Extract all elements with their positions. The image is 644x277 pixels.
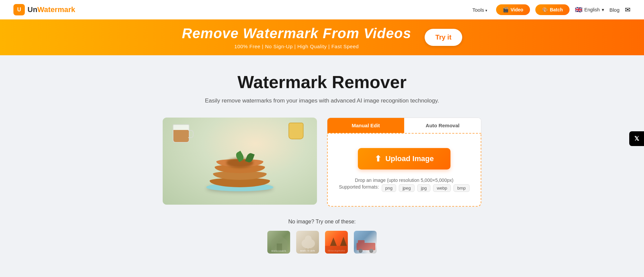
drop-text: Drop an image (upto resolution 5,000×5,0… bbox=[339, 176, 469, 192]
tools-button[interactable]: Tools bbox=[469, 5, 491, 15]
format-png: png bbox=[382, 184, 396, 192]
nav-right: Tools 🎬 Video 🎨 Batch 🇬🇧 English ▾ Blog … bbox=[469, 4, 631, 15]
tab-manual-edit[interactable]: Manual Edit bbox=[327, 118, 404, 133]
batch-label: Batch bbox=[550, 7, 563, 12]
svg-point-13 bbox=[359, 249, 363, 253]
tab-auto-removal[interactable]: Auto Removal bbox=[404, 118, 481, 133]
language-label: English bbox=[584, 7, 600, 12]
tab-manual-label: Manual Edit bbox=[352, 123, 380, 128]
svg-marker-10 bbox=[340, 237, 347, 246]
blog-button[interactable]: Blog bbox=[609, 7, 620, 13]
svg-point-14 bbox=[369, 249, 373, 253]
logo[interactable]: U UnWatermark bbox=[13, 4, 75, 15]
tab-bar: Manual Edit Auto Removal bbox=[327, 118, 481, 133]
logo-un: Un bbox=[28, 5, 37, 14]
sample-images-list: watermark watermark bbox=[101, 230, 543, 254]
promo-banner: Remove Watermark From Videos 100% Free |… bbox=[0, 19, 644, 55]
content-area: Manual Edit Auto Removal ⬆ Upload Image … bbox=[101, 118, 543, 207]
svg-rect-6 bbox=[306, 248, 307, 252]
video-label: Video bbox=[511, 7, 523, 12]
language-button[interactable]: 🇬🇧 English ▾ bbox=[575, 6, 604, 13]
banner-content: Remove Watermark From Videos 100% Free |… bbox=[182, 25, 411, 49]
banner-title: Remove Watermark From Videos bbox=[182, 25, 411, 42]
svg-point-5 bbox=[309, 237, 311, 239]
video-button[interactable]: 🎬 Video bbox=[496, 4, 530, 15]
upload-icon: ⬆ bbox=[375, 154, 381, 163]
drop-hint: Drop an image (upto resolution 5,000×5,0… bbox=[339, 178, 469, 183]
svg-rect-1 bbox=[277, 244, 282, 251]
logo-box: U bbox=[13, 4, 25, 15]
house-icon bbox=[267, 231, 291, 254]
tools-label: Tools bbox=[472, 7, 484, 13]
tools-chevron-icon bbox=[485, 7, 487, 13]
format-bmp: bmp bbox=[453, 184, 469, 192]
tool-panel: Manual Edit Auto Removal ⬆ Upload Image … bbox=[327, 118, 481, 207]
sample-image-0-inner: watermark bbox=[267, 231, 290, 254]
lang-chevron-icon: ▾ bbox=[602, 7, 604, 12]
svg-rect-7 bbox=[309, 248, 311, 252]
flag-icon: 🇬🇧 bbox=[575, 6, 582, 13]
video-icon: 🎬 bbox=[503, 7, 508, 12]
sample-image-1-inner: watermark bbox=[296, 231, 319, 254]
upload-image-button[interactable]: ⬆ Upload Image bbox=[358, 148, 450, 169]
sample-image-1[interactable]: watermark bbox=[296, 230, 320, 254]
svg-rect-12 bbox=[358, 240, 365, 244]
svg-rect-8 bbox=[325, 246, 348, 254]
sunset-icon bbox=[325, 231, 348, 254]
cup-liquid bbox=[173, 130, 189, 142]
logo-text: UnWatermark bbox=[28, 5, 75, 14]
try-it-label: Try it bbox=[435, 33, 451, 41]
tab-auto-label: Auto Removal bbox=[426, 123, 460, 128]
main-content: Watermark Remover Easily remove watermar… bbox=[87, 55, 557, 274]
pancake-scene bbox=[163, 118, 317, 205]
sample-title: No image? Try one of these: bbox=[101, 219, 543, 225]
page-subtitle: Easily remove watermarks from your image… bbox=[101, 97, 543, 104]
email-icon: ✉ bbox=[625, 6, 631, 13]
format-webp: webp bbox=[433, 184, 451, 192]
svg-marker-9 bbox=[330, 237, 337, 246]
svg-point-4 bbox=[306, 237, 308, 239]
sample-image-0[interactable]: watermark bbox=[267, 230, 291, 254]
sample-image-2[interactable]: iStockphoto bbox=[324, 230, 348, 254]
svg-point-3 bbox=[305, 235, 312, 242]
banner-title-text: Remove Watermark From Videos bbox=[182, 25, 411, 41]
sample-image-3[interactable]: watermark bbox=[353, 230, 377, 254]
sheep-icon bbox=[296, 231, 320, 254]
email-button[interactable]: ✉ bbox=[625, 6, 631, 14]
logo-box-text: U bbox=[17, 7, 21, 13]
try-it-button[interactable]: Try it bbox=[425, 29, 462, 46]
upload-label: Upload Image bbox=[385, 154, 434, 163]
batch-button[interactable]: 🎨 Batch bbox=[535, 4, 570, 15]
sample-image-3-inner: watermark bbox=[354, 231, 377, 254]
navbar: U UnWatermark Tools 🎬 Video 🎨 Batch 🇬🇧 E… bbox=[0, 0, 644, 19]
batch-icon: 🎨 bbox=[542, 7, 548, 12]
honey-jar-decoration bbox=[288, 123, 304, 139]
blog-label: Blog bbox=[609, 7, 620, 13]
upload-box: ⬆ Upload Image Drop an image (upto resol… bbox=[327, 133, 481, 207]
formats-label: Supported formats: bbox=[339, 184, 379, 192]
page-title: Watermark Remover bbox=[101, 72, 543, 92]
twitter-icon: 𝕏 bbox=[634, 135, 639, 142]
preview-image bbox=[163, 118, 317, 205]
format-jpeg: jpeg bbox=[399, 184, 415, 192]
preview-image-inner bbox=[163, 118, 317, 205]
banner-subtitle: 100% Free | No Sign-Up | High Quality | … bbox=[182, 44, 411, 49]
logo-wm: Watermark bbox=[37, 5, 75, 14]
sample-section: No image? Try one of these: watermark wa… bbox=[101, 219, 543, 254]
format-jpg: jpg bbox=[417, 184, 430, 192]
sample-image-2-inner: iStockphoto bbox=[325, 231, 348, 254]
twitter-button[interactable]: 𝕏 bbox=[629, 131, 644, 146]
train-icon bbox=[354, 230, 377, 254]
formats-list: Supported formats: png jpeg jpg webp bmp bbox=[339, 184, 469, 192]
cup-decoration bbox=[173, 124, 190, 143]
